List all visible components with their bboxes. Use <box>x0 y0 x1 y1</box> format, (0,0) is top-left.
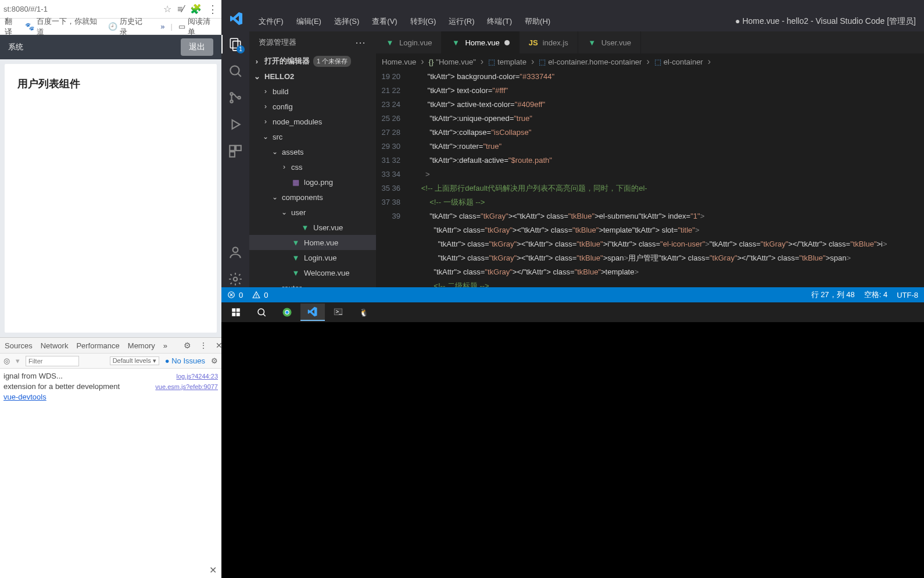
tree-node[interactable]: ›build <box>249 84 376 99</box>
tree-node[interactable]: ⌄assets <box>249 144 376 159</box>
tree-node[interactable]: ›config <box>249 99 376 114</box>
menu-run[interactable]: 运行(R) <box>449 16 474 27</box>
menu-terminal[interactable]: 终端(T) <box>487 16 512 27</box>
open-editors-header[interactable]: › 打开的编辑器 1 个未保存 <box>249 53 376 69</box>
status-bar: 0 0 行 27，列 48 空格: 4 UTF-8 <box>221 287 924 302</box>
tree-node[interactable]: ›node_modules <box>249 114 376 129</box>
tree-node[interactable]: ›css <box>249 159 376 174</box>
status-encoding[interactable]: UTF-8 <box>897 291 918 299</box>
svg-marker-7 <box>232 120 240 129</box>
search-icon[interactable] <box>227 63 243 79</box>
tree-node[interactable]: ⌄src <box>249 129 376 144</box>
filter-input[interactable] <box>26 356 79 366</box>
svg-point-2 <box>230 66 239 74</box>
menu-edit[interactable]: 编辑(E) <box>296 16 321 27</box>
svg-point-26 <box>285 311 288 313</box>
browser-menu-icon[interactable]: ⋮ <box>207 3 218 16</box>
bookmark-item[interactable]: 翻译 <box>5 16 19 37</box>
app-title: 系统 <box>8 42 23 52</box>
line-gutter: 19 20 21 22 23 24 25 26 27 28 29 30 31 3… <box>376 70 409 287</box>
vscode-logo-icon <box>230 12 243 26</box>
status-spaces[interactable]: 空格: 4 <box>864 290 887 300</box>
logout-button[interactable]: 退出 <box>181 38 213 56</box>
extensions-icon[interactable] <box>227 143 243 159</box>
status-warnings[interactable]: 0 <box>252 291 268 299</box>
editor-tab[interactable]: ▼User.vue <box>578 31 641 53</box>
tree-node[interactable]: ▼Login.vue <box>249 250 376 265</box>
gear-icon[interactable]: ⚙ <box>184 341 191 350</box>
svg-rect-10 <box>230 152 235 157</box>
no-issues[interactable]: ● No Issues <box>165 356 205 365</box>
gear-icon[interactable]: ⚙ <box>211 356 218 365</box>
tree-node[interactable]: ▦logo.png <box>249 174 376 190</box>
webapp-viewport: 系统 退出 用户列表组件 <box>0 35 221 337</box>
breadcrumbs[interactable]: Home.vue {} "Home.vue" ⬚ template ⬚ el-c… <box>376 53 924 70</box>
svg-point-5 <box>230 100 232 102</box>
bookmarks-bar: 翻译 🐾 百度一下，你就知道 🕘 历史记录 » | ▭ 阅读清单 <box>0 19 221 35</box>
svg-line-23 <box>263 314 266 316</box>
close-icon[interactable]: ✕ <box>209 565 217 576</box>
card-title: 用户列表组件 <box>17 77 204 91</box>
code-content[interactable]: "tkAttr"> background-color="#333744" "tk… <box>409 70 924 287</box>
account-icon[interactable] <box>227 244 243 261</box>
bookmark-item[interactable]: 🕘 历史记录 <box>108 16 149 37</box>
search-icon[interactable] <box>249 304 274 321</box>
log-source-link[interactable]: log.js?4244:23 <box>176 371 218 381</box>
devtools-tab[interactable]: Sources <box>5 341 33 350</box>
devtools-tab[interactable]: Memory <box>128 341 155 350</box>
tree-node[interactable]: ▼Home.vue <box>249 235 376 250</box>
vscode-task-icon[interactable] <box>300 304 325 321</box>
sidebar-more-icon[interactable]: ⋯ <box>355 36 367 49</box>
devtools-eye-icon[interactable]: ◎ <box>3 356 10 365</box>
menubar: 文件(F) 编辑(E) 选择(S) 查看(V) 转到(G) 运行(R) 终端(T… <box>221 0 924 31</box>
svg-point-22 <box>258 309 264 315</box>
vue-devtools-link[interactable]: vue-devtools <box>3 392 46 402</box>
tree-node[interactable]: ⌄user <box>249 205 376 220</box>
svg-text:>_: >_ <box>336 308 343 315</box>
svg-point-4 <box>230 92 232 95</box>
git-icon[interactable] <box>227 90 243 106</box>
status-cursor[interactable]: 行 27，列 48 <box>811 290 855 300</box>
tree-node[interactable]: ⌄components <box>249 190 376 205</box>
gear-icon[interactable] <box>227 271 243 287</box>
status-errors[interactable]: 0 <box>227 291 243 299</box>
project-header[interactable]: ⌄ HELLO2 <box>249 69 376 84</box>
devtools-tab-more[interactable]: » <box>163 341 167 350</box>
editor-tab[interactable]: ▼Login.vue <box>376 31 442 53</box>
devtools-tab[interactable]: Network <box>41 341 69 350</box>
activity-bar: 1 <box>221 31 249 287</box>
menu-help[interactable]: 帮助(H) <box>525 16 550 27</box>
svg-rect-8 <box>230 145 235 151</box>
terminal-icon[interactable]: >_ <box>326 304 350 321</box>
editor-tab[interactable]: JSindex.js <box>520 31 578 53</box>
log-source-link[interactable]: vue.esm.js?efeb:9077 <box>155 381 218 392</box>
bookmark-item[interactable]: 🐾 百度一下，你就知道 <box>25 16 102 37</box>
menu-select[interactable]: 选择(S) <box>334 16 359 27</box>
tree-node[interactable]: ▼User.vue <box>249 220 376 235</box>
tree-node[interactable]: ▼Welcome.vue <box>249 265 376 280</box>
menu-file[interactable]: 文件(F) <box>259 16 284 27</box>
reading-list[interactable]: ▭ 阅读清单 <box>178 16 217 37</box>
bookmark-more[interactable]: » <box>160 22 164 31</box>
unsaved-pill: 1 个未保存 <box>313 56 351 67</box>
dirty-icon <box>504 40 510 45</box>
debug-icon[interactable] <box>227 116 243 133</box>
editor-tab[interactable]: ▼Home.vue <box>442 31 519 53</box>
log-levels-select[interactable]: Default levels ▾ <box>110 356 159 365</box>
chrome-icon[interactable] <box>275 304 299 321</box>
explorer-title: 资源管理器 <box>259 37 296 48</box>
breadcrumb-item: ⬚ el-container.home-container <box>539 58 642 66</box>
start-icon[interactable] <box>224 304 248 321</box>
editor-tabs: ▼Login.vue▼Home.vueJSindex.js▼User.vue <box>376 31 924 53</box>
menu-goto[interactable]: 转到(G) <box>410 16 436 27</box>
tree-node[interactable]: ⌄router <box>249 280 376 287</box>
explorer-icon[interactable]: 1 <box>227 36 243 52</box>
extension-icon[interactable]: 🧩 <box>190 3 202 15</box>
qq-icon[interactable]: 🐧 <box>352 304 376 321</box>
reader-icon[interactable]: ≡∕ <box>177 4 184 15</box>
bookmark-star-icon[interactable]: ☆ <box>163 3 171 15</box>
svg-rect-9 <box>236 145 241 151</box>
menu-view[interactable]: 查看(V) <box>372 16 397 27</box>
devtools-more-icon[interactable]: ⋮ <box>199 341 207 350</box>
devtools-tab[interactable]: Performance <box>76 341 119 350</box>
